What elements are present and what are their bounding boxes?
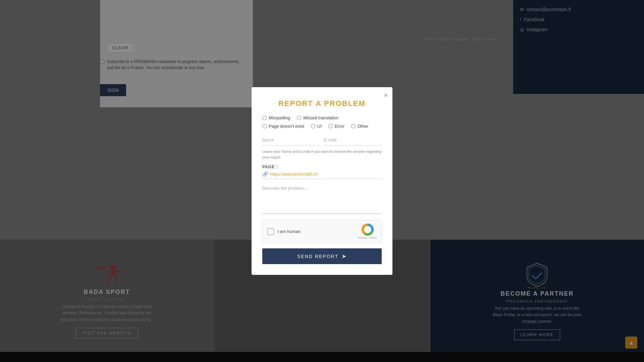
link-icon: 🔗 bbox=[262, 171, 268, 177]
send-icon: ➤ bbox=[342, 253, 347, 259]
modal-title: REPORT A PROBLEM bbox=[262, 99, 382, 108]
radio-page-doesnt-exist-input[interactable] bbox=[262, 124, 267, 128]
email-input[interactable] bbox=[324, 135, 382, 145]
captcha-brand-text: Privacy - Terms bbox=[358, 236, 377, 239]
send-report-button[interactable]: SEND REPORT ➤ bbox=[262, 248, 382, 264]
send-report-label: SEND REPORT bbox=[297, 254, 338, 259]
radio-misspelling-input[interactable] bbox=[262, 116, 267, 120]
radio-other-input[interactable] bbox=[351, 124, 356, 128]
captcha-left: I am human bbox=[267, 228, 301, 235]
radio-page-doesnt-exist-label: Page doesn't exist bbox=[269, 124, 304, 129]
radio-other[interactable]: Other bbox=[351, 124, 369, 129]
radio-error-label: Error bbox=[335, 124, 344, 129]
captcha-circle-icon bbox=[362, 224, 374, 236]
radio-page-doesnt-exist[interactable]: Page doesn't exist bbox=[262, 124, 304, 129]
radio-ui-input[interactable] bbox=[311, 124, 315, 128]
page-url-text: https://www.prosmash.fr/ bbox=[270, 172, 318, 177]
radio-error[interactable]: Error bbox=[328, 124, 344, 129]
name-email-row bbox=[262, 135, 382, 145]
radio-ui-label: UI bbox=[317, 124, 322, 129]
hint-text: Leave your Name and E-mail if you want t… bbox=[262, 149, 382, 160]
radio-missed-translation-label: Missed translation bbox=[303, 115, 338, 120]
captcha-text: I am human bbox=[277, 229, 301, 234]
captcha-circle-inner bbox=[364, 226, 371, 233]
problem-textarea[interactable] bbox=[262, 184, 382, 214]
radio-misspelling-label: Misspelling bbox=[269, 115, 290, 120]
captcha-widget[interactable]: I am human Privacy - Terms bbox=[262, 220, 382, 243]
report-problem-modal: × REPORT A PROBLEM Misspelling Missed tr… bbox=[252, 87, 392, 275]
name-input[interactable] bbox=[262, 135, 320, 145]
captcha-checkbox[interactable] bbox=[267, 228, 274, 235]
captcha-logo: Privacy - Terms bbox=[358, 224, 377, 239]
problem-type-radio-group: Misspelling Missed translation Page does… bbox=[262, 115, 382, 129]
page-url-row: 🔗 https://www.prosmash.fr/ bbox=[262, 171, 382, 179]
radio-other-label: Other bbox=[358, 124, 369, 129]
radio-missed-translation[interactable]: Missed translation bbox=[297, 115, 338, 120]
radio-misspelling[interactable]: Misspelling bbox=[262, 115, 290, 120]
radio-error-input[interactable] bbox=[328, 124, 333, 128]
radio-ui[interactable]: UI bbox=[311, 124, 322, 129]
modal-close-button[interactable]: × bbox=[384, 92, 388, 99]
page-label: PAGE : bbox=[262, 165, 382, 169]
radio-missed-translation-input[interactable] bbox=[297, 116, 301, 120]
